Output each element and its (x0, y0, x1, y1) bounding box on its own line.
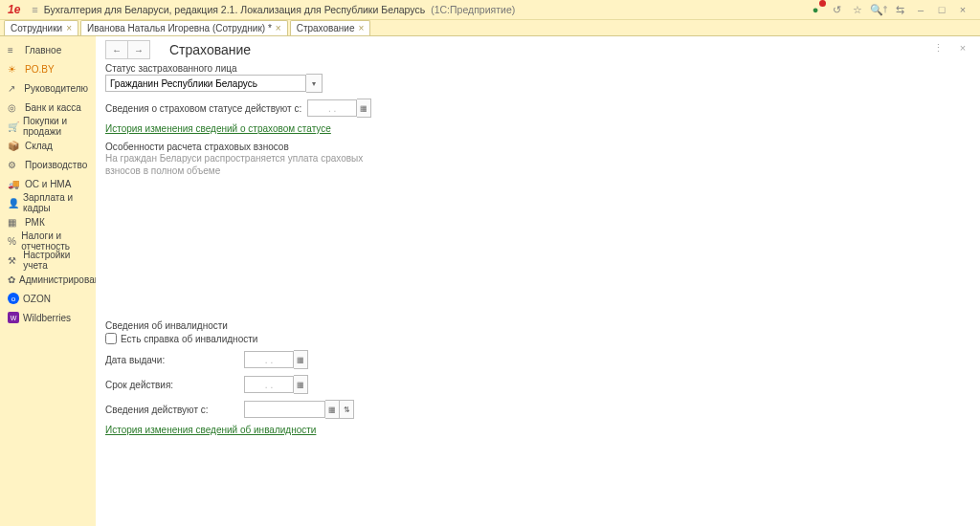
menu-icon[interactable]: ≡ (26, 4, 43, 15)
history-status-link[interactable]: История изменения сведений о страховом с… (105, 123, 331, 134)
sidebar-item-label: Производство (25, 160, 87, 170)
sidebar-item-stock[interactable]: 📦Склад (0, 136, 96, 155)
sidebar-item-ozon[interactable]: oOZON (0, 289, 96, 308)
sidebar-item-assets[interactable]: 🚚ОС и НМА (0, 174, 96, 193)
tab-label: Иванова Наталья Игоревна (Сотрудник) * (87, 23, 272, 33)
tab-insurance[interactable]: Страхование × (290, 20, 371, 35)
has-cert-checkbox[interactable] (105, 333, 117, 344)
minimize-icon[interactable]: – (913, 2, 928, 17)
status-label: Статус застрахованного лица (105, 63, 970, 74)
tab-label: Сотрудники (11, 23, 62, 33)
nav-forward-button[interactable]: → (128, 40, 150, 59)
sidebar-item-label: Wildberries (23, 313, 71, 323)
tabs-bar: Сотрудники × Иванова Наталья Игоревна (С… (0, 20, 980, 36)
close-icon[interactable]: × (276, 23, 281, 33)
features-header: Особенности расчета страховых взносов (105, 142, 970, 152)
notifications-icon[interactable]: ● (808, 2, 823, 17)
sidebar-item-rmk[interactable]: ▦РМК (0, 212, 96, 231)
more-icon[interactable]: ⋮ (930, 40, 946, 55)
cart-icon: 🛒 (8, 121, 19, 132)
sidebar-item-label: Покупки и продажи (23, 116, 88, 137)
sidebar-item-poby[interactable]: ☀PO.BY (0, 59, 96, 78)
cert-term-label: Срок действия: (105, 380, 244, 390)
sidebar-item-label: ОС и НМА (25, 179, 71, 189)
sidebar: ≡Главное ☀PO.BY ↗Руководителю ◎Банк и ка… (0, 36, 96, 526)
calendar-icon[interactable]: ▦ (325, 400, 340, 419)
cert-term-input[interactable] (244, 376, 294, 393)
title-bar: 1e ≡ Бухгалтерия для Беларуси, редакция … (0, 0, 980, 20)
taxes-icon: % (8, 236, 17, 247)
sidebar-item-label: Склад (25, 141, 53, 151)
maximize-icon[interactable]: □ (934, 2, 949, 17)
calendar-icon[interactable]: ▦ (294, 350, 308, 369)
poby-icon: ☀ (8, 64, 21, 75)
sidebar-item-taxes[interactable]: %Налоги и отчетность (0, 231, 96, 251)
ozon-icon: o (8, 293, 19, 304)
sidebar-item-label: Налоги и отчетность (21, 230, 88, 252)
page-title: Страхование (169, 42, 251, 57)
logo-1c: 1e (0, 3, 26, 16)
sidebar-item-manager[interactable]: ↗Руководителю (0, 78, 96, 98)
close-icon[interactable]: × (66, 23, 72, 33)
stock-icon: 📦 (8, 141, 21, 151)
tab-label: Страхование (297, 23, 355, 33)
app-subtitle: (1С:Предприятие) (425, 4, 515, 15)
sidebar-item-wildberries[interactable]: WWildberries (0, 308, 96, 327)
features-hint: На граждан Беларуси распространяется упл… (105, 152, 373, 177)
sidebar-item-production[interactable]: ⚙Производство (0, 155, 96, 174)
sidebar-item-bank[interactable]: ◎Банк и касса (0, 98, 96, 117)
close-icon[interactable]: × (955, 2, 970, 17)
settings-icon[interactable]: ⇆ (892, 2, 907, 17)
search-icon[interactable]: 🔍 † (871, 2, 886, 17)
sidebar-item-main[interactable]: ≡Главное (0, 40, 96, 59)
calendar-icon[interactable]: ▦ (357, 99, 371, 118)
sidebar-item-label: Главное (25, 45, 61, 55)
sidebar-item-label: Банк и касса (25, 102, 81, 113)
history-icon[interactable]: ↺ (829, 2, 844, 17)
sidebar-item-admin[interactable]: ✿Администрирование (0, 270, 96, 289)
tab-employees[interactable]: Сотрудники × (4, 20, 78, 35)
tab-employee-card[interactable]: Иванова Наталья Игоревна (Сотрудник) * × (80, 20, 288, 35)
app-title: Бухгалтерия для Беларуси, редакция 2.1. … (44, 4, 425, 15)
sidebar-item-label: РМК (25, 217, 45, 228)
production-icon: ⚙ (8, 160, 21, 170)
rmk-icon: ▦ (8, 217, 21, 228)
sidebar-item-purchases[interactable]: 🛒Покупки и продажи (0, 117, 96, 136)
sidebar-item-label: PO.BY (25, 64, 55, 75)
content-pane: ← → Страхование ⋮ × Статус застрахованно… (96, 36, 980, 526)
sidebar-item-settings[interactable]: ⚒Настройки учета (0, 251, 96, 270)
favorite-icon[interactable]: ☆ (850, 2, 865, 17)
manager-icon: ↗ (8, 83, 20, 94)
bank-icon: ◎ (8, 102, 21, 113)
chevron-down-icon[interactable]: ▾ (306, 74, 323, 93)
sidebar-item-salary[interactable]: 👤Зарплата и кадры (0, 193, 96, 212)
sidebar-item-label: Настройки учета (23, 250, 88, 271)
settings-icon: ⚒ (8, 255, 19, 266)
calendar-icon[interactable]: ▦ (294, 375, 308, 394)
stepper-icon[interactable]: ⇅ (340, 400, 354, 419)
has-cert-label: Есть справка об инвалидности (121, 334, 257, 344)
wb-icon: W (8, 312, 19, 323)
assets-icon: 🚚 (8, 179, 21, 189)
history-disability-link[interactable]: История изменения сведений об инвалиднос… (105, 425, 316, 435)
close-icon[interactable]: × (358, 23, 364, 33)
top-icons: ● ↺ ☆ 🔍 † ⇆ – □ × (808, 2, 980, 17)
sidebar-item-label: OZON (23, 294, 51, 304)
actfrom-label: Сведения о страховом статусе действуют с… (105, 103, 301, 114)
sidebar-item-label: Руководителю (24, 83, 88, 94)
cert-date-input[interactable] (244, 351, 294, 368)
close-content-icon[interactable]: × (955, 40, 970, 55)
cert-date-label: Дата выдачи: (105, 355, 244, 365)
main-icon: ≡ (8, 45, 21, 55)
actfrom-date-input[interactable] (307, 99, 357, 117)
admin-icon: ✿ (8, 274, 15, 285)
sidebar-item-label: Зарплата и кадры (23, 192, 88, 213)
disability-header: Сведения об инвалидности (105, 320, 970, 331)
salary-icon: 👤 (8, 198, 19, 208)
status-select[interactable] (105, 75, 306, 92)
cert-actfrom-input[interactable] (244, 401, 325, 418)
nav-back-button[interactable]: ← (105, 40, 128, 59)
cert-actfrom-label: Сведения действуют с: (105, 405, 244, 415)
